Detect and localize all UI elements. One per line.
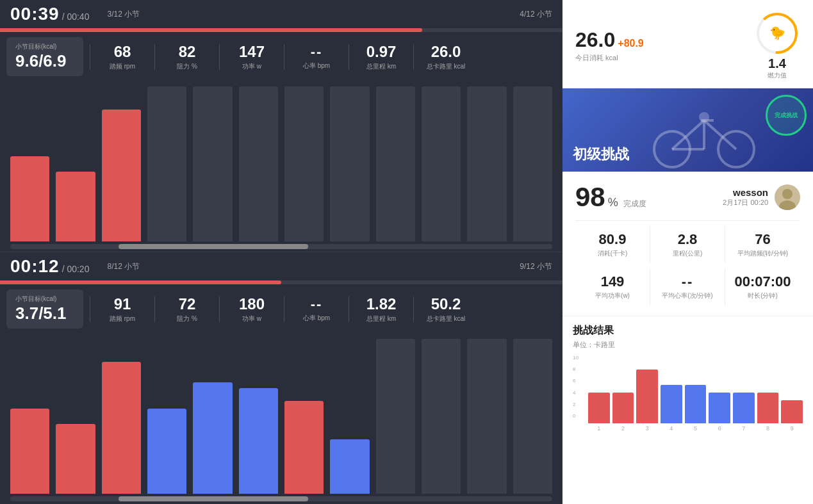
top-goal-label: 小节目标(kcal) <box>15 42 56 51</box>
mini-bar-group-2: 3 <box>636 355 658 432</box>
top-timer-main: 00:39 <box>10 4 60 24</box>
grid-stat-value-1: 2.8 <box>678 231 698 248</box>
bottom-stat-label-1: 阻力 % <box>177 314 197 323</box>
mini-bar-2 <box>636 370 658 423</box>
mini-bar-group-8: 9 <box>781 355 803 432</box>
bottom-bar-2 <box>102 362 141 494</box>
bottom-goal-box: 小节目标(kcal) 3.7/5.1 <box>6 289 83 329</box>
svg-point-10 <box>699 112 709 122</box>
grid-stat-label-2: 平均踏频(转/分钟) <box>737 249 788 258</box>
fuel-section: 🐤 1.4 燃力值 <box>754 10 800 80</box>
mini-bar-group-0: 1 <box>588 355 610 432</box>
bottom-bar-9 <box>422 339 461 494</box>
fuel-gauge: 🐤 <box>754 10 800 56</box>
svg-point-12 <box>782 189 792 199</box>
results-unit: 单位：卡路里 <box>573 340 803 350</box>
bottom-section-label-left: 8/12 小节 <box>107 261 140 272</box>
top-progress-fill <box>0 28 422 32</box>
grid-stat-label-3: 平均功率(w) <box>595 291 630 300</box>
bottom-divider-5 <box>413 297 414 322</box>
mini-bar-group-1: 2 <box>612 355 634 432</box>
right-panel: 26.0 +80.9 今日消耗 kcal 🐤 1.4 燃力值 <box>563 0 813 504</box>
user-name: wesson <box>733 187 768 198</box>
y-label-0: 0 <box>573 413 586 419</box>
grid-stat-0: 80.9 消耗(千卡) <box>575 226 650 263</box>
grid-stat-5: 00:07:00 时长(分钟) <box>725 268 800 305</box>
calorie-section: 26.0 +80.9 今日消耗 kcal <box>575 28 644 63</box>
bottom-stats-row: 小节目标(kcal) 3.7/5.1 91 踏频 rpm 72 阻力 % 180… <box>0 284 563 334</box>
results-title: 挑战结果 <box>573 324 803 337</box>
stats-divider-1 <box>154 44 155 70</box>
user-row: 98 % 完成度 wesson 2月17日 00:20 <box>575 182 800 213</box>
stats-divider-3 <box>284 44 284 70</box>
y-label-4: 4 <box>573 390 586 396</box>
grid-stat-label-0: 消耗(千卡) <box>598 249 628 258</box>
top-scrollbar[interactable] <box>10 244 552 249</box>
top-card: 26.0 +80.9 今日消耗 kcal 🐤 1.4 燃力值 <box>563 0 813 88</box>
bottom-goal-label: 小节目标(kcal) <box>15 295 56 304</box>
mini-bar-8 <box>781 400 803 423</box>
top-scrollbar-thumb[interactable] <box>119 244 308 249</box>
bottom-divider-0 <box>90 297 90 322</box>
bottom-scrollbar[interactable] <box>10 496 552 501</box>
top-stat-value-4: 0.97 <box>366 43 397 61</box>
mini-bar-group-3: 4 <box>661 355 682 432</box>
top-bar-6 <box>284 86 324 241</box>
stats-divider-4 <box>349 44 349 70</box>
bottom-stat-3: -- 心率 bpm <box>291 296 342 323</box>
top-goal-box: 小节目标(kcal) 9.6/6.9 <box>6 37 83 76</box>
top-bar-0 <box>10 156 49 241</box>
avatar <box>775 184 800 210</box>
top-bar-4 <box>193 86 232 241</box>
completion-row: 98 % 完成度 <box>575 182 646 213</box>
mini-bar-5 <box>709 393 730 423</box>
y-axis: 10 8 6 4 2 0 <box>573 355 586 419</box>
mini-bar-label-2: 3 <box>646 425 649 432</box>
top-bar-9 <box>422 86 461 241</box>
grid-stat-label-4: 平均心率(次/分钟) <box>662 291 712 300</box>
top-bar-11 <box>513 86 552 241</box>
bottom-stat-label-4: 总里程 km <box>366 314 396 323</box>
avatar-image <box>775 184 800 210</box>
mini-bar-group-6: 7 <box>733 355 755 432</box>
bottom-scrollbar-thumb[interactable] <box>119 496 308 501</box>
bottom-bar-3 <box>147 409 186 494</box>
top-bar-1 <box>56 172 95 241</box>
mini-bar-6 <box>733 393 755 423</box>
top-bar-5 <box>239 86 278 241</box>
top-timer: 00:39 / 00:40 <box>10 4 89 24</box>
completion-percent: % <box>608 196 618 209</box>
top-stat-label-3: 心率 bpm <box>303 61 330 70</box>
y-label-8: 8 <box>573 366 586 372</box>
top-chart <box>0 81 563 241</box>
calorie-label: 今日消耗 kcal <box>575 53 644 63</box>
svg-line-6 <box>704 120 736 149</box>
mini-bar-label-8: 9 <box>791 425 794 432</box>
calorie-number: 26.0 <box>575 28 615 52</box>
grid-stat-value-2: 76 <box>755 231 770 248</box>
bottom-stat-2: 180 功率 w <box>226 295 277 323</box>
calorie-delta: +80.9 <box>618 38 643 49</box>
mini-bar-4 <box>685 385 707 423</box>
completion-number: 98 <box>575 182 605 213</box>
bottom-bar-6 <box>284 401 324 494</box>
bottom-chart <box>0 334 563 494</box>
mini-bar-3 <box>661 385 682 423</box>
top-stat-value-3: -- <box>311 44 323 60</box>
top-stat-value-2: 147 <box>239 43 265 61</box>
bottom-stat-value-0: 91 <box>114 295 131 313</box>
grid-stat-2: 76 平均踏频(转/分钟) <box>725 226 800 263</box>
left-panel: 00:39 / 00:40 3/12 小节 4/12 小节 小节目标(kcal)… <box>0 0 563 504</box>
mini-bar-group-4: 5 <box>685 355 707 432</box>
top-stat-value-1: 82 <box>179 43 196 61</box>
grid-stat-value-4: -- <box>682 273 694 290</box>
mini-bar-label-7: 8 <box>766 425 769 432</box>
bottom-progress-bar <box>0 280 563 284</box>
top-stat-label-2: 功率 w <box>242 62 261 71</box>
top-stat-3: -- 心率 bpm <box>291 44 342 70</box>
challenge-badge-text: 完成挑战 <box>775 112 798 119</box>
top-stat-label-4: 总里程 km <box>366 62 396 71</box>
mini-chart-container: 10 8 6 4 2 0 1 2 3 4 <box>573 355 803 432</box>
stats-divider-2 <box>219 44 220 70</box>
mini-bar-label-3: 4 <box>669 425 673 432</box>
